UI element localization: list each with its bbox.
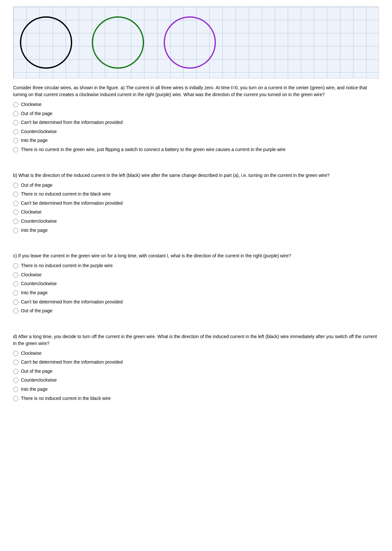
- option-item-d-0[interactable]: Clockwise: [13, 350, 379, 357]
- option-item-c-3[interactable]: Into the page: [13, 290, 379, 296]
- radio-d-3[interactable]: [13, 378, 18, 383]
- option-label-a-5: There is no current in the green wire, j…: [21, 146, 286, 153]
- question-block-b: b) What is the direction of the induced …: [13, 172, 379, 243]
- option-item-c-4[interactable]: Can't be determined from the information…: [13, 299, 379, 305]
- option-item-a-0[interactable]: Clockwise: [13, 101, 379, 108]
- question-text-a: Consider three circular wires, as shown …: [13, 84, 379, 98]
- option-label-c-3: Into the page: [21, 290, 48, 296]
- option-label-b-0: Out of the page: [21, 182, 53, 189]
- option-label-c-4: Can't be determined from the information…: [21, 299, 123, 305]
- questions-container: Consider three circular wires, as shown …: [13, 84, 379, 411]
- radio-d-1[interactable]: [13, 360, 18, 365]
- option-item-a-3[interactable]: Counterclockwise: [13, 129, 379, 135]
- radio-a-4[interactable]: [13, 138, 18, 143]
- radio-d-2[interactable]: [13, 369, 18, 374]
- option-label-c-1: Clockwise: [21, 272, 41, 278]
- option-item-c-2[interactable]: Counterclockwise: [13, 281, 379, 287]
- option-label-d-4: Into the page: [21, 386, 48, 393]
- option-item-a-5[interactable]: There is no current in the green wire, j…: [13, 146, 379, 153]
- question-text-b: b) What is the direction of the induced …: [13, 172, 379, 179]
- black-circle: [20, 16, 72, 69]
- radio-b-2[interactable]: [13, 201, 18, 206]
- question-block-c: c) If you leave the current in the green…: [13, 252, 379, 323]
- radio-d-0[interactable]: [13, 351, 18, 356]
- option-label-d-2: Out of the page: [21, 368, 53, 375]
- option-item-b-1[interactable]: There is no induced current in the black…: [13, 191, 379, 198]
- option-label-a-1: Out of the page: [21, 111, 53, 117]
- option-label-c-2: Counterclockwise: [21, 281, 57, 287]
- radio-b-4[interactable]: [13, 219, 18, 224]
- option-label-b-3: Clockwise: [21, 209, 41, 215]
- option-item-d-2[interactable]: Out of the page: [13, 368, 379, 375]
- radio-a-1[interactable]: [13, 111, 18, 116]
- options-list-c: There is no induced current in the purpl…: [13, 263, 379, 314]
- option-label-b-1: There is no induced current in the black…: [21, 191, 111, 198]
- purple-circle: [164, 16, 216, 69]
- option-item-d-1[interactable]: Can't be determined from the information…: [13, 359, 379, 366]
- radio-b-1[interactable]: [13, 192, 18, 197]
- option-item-c-5[interactable]: Out of the page: [13, 308, 379, 314]
- option-label-d-5: There is no induced current in the black…: [21, 395, 111, 402]
- option-item-b-5[interactable]: Into the page: [13, 227, 379, 234]
- options-list-b: Out of the pageThere is no induced curre…: [13, 182, 379, 234]
- option-item-b-3[interactable]: Clockwise: [13, 209, 379, 215]
- question-text-c: c) If you leave the current in the green…: [13, 252, 379, 259]
- radio-a-0[interactable]: [13, 102, 18, 107]
- question-block-a: Consider three circular wires, as shown …: [13, 84, 379, 162]
- radio-a-3[interactable]: [13, 129, 18, 134]
- option-label-a-3: Counterclockwise: [21, 129, 57, 135]
- radio-b-0[interactable]: [13, 183, 18, 188]
- radio-c-1[interactable]: [13, 272, 18, 278]
- question-text-d: d) After a long time, you decide to turn…: [13, 333, 379, 347]
- option-item-a-4[interactable]: Into the page: [13, 137, 379, 144]
- figure-diagram: [13, 7, 379, 78]
- option-item-d-5[interactable]: There is no induced current in the black…: [13, 395, 379, 402]
- radio-c-0[interactable]: [13, 263, 18, 268]
- option-item-b-0[interactable]: Out of the page: [13, 182, 379, 189]
- option-label-d-1: Can't be determined from the information…: [21, 359, 123, 366]
- radio-d-4[interactable]: [13, 387, 18, 392]
- option-item-d-4[interactable]: Into the page: [13, 386, 379, 393]
- question-block-d: d) After a long time, you decide to turn…: [13, 333, 379, 411]
- radio-c-4[interactable]: [13, 300, 18, 305]
- option-label-b-5: Into the page: [21, 227, 48, 234]
- option-label-d-0: Clockwise: [21, 350, 41, 357]
- option-item-c-0[interactable]: There is no induced current in the purpl…: [13, 263, 379, 269]
- option-label-b-4: Counterclockwise: [21, 218, 57, 225]
- option-item-b-2[interactable]: Can't be determined from the information…: [13, 200, 379, 207]
- option-item-a-2[interactable]: Can't be determined from the information…: [13, 119, 379, 126]
- option-label-d-3: Counterclockwise: [21, 377, 57, 384]
- radio-c-5[interactable]: [13, 308, 18, 314]
- radio-a-5[interactable]: [13, 147, 18, 152]
- option-label-a-4: Into the page: [21, 137, 48, 144]
- option-label-b-2: Can't be determined from the information…: [21, 200, 123, 207]
- radio-d-5[interactable]: [13, 396, 18, 401]
- option-item-a-1[interactable]: Out of the page: [13, 111, 379, 117]
- option-label-c-0: There is no induced current in the purpl…: [21, 263, 113, 269]
- radio-c-3[interactable]: [13, 290, 18, 296]
- green-circle: [92, 16, 144, 69]
- radio-a-2[interactable]: [13, 120, 18, 125]
- option-item-b-4[interactable]: Counterclockwise: [13, 218, 379, 225]
- radio-b-5[interactable]: [13, 228, 18, 233]
- option-item-d-3[interactable]: Counterclockwise: [13, 377, 379, 384]
- option-item-c-1[interactable]: Clockwise: [13, 272, 379, 278]
- option-label-c-5: Out of the page: [21, 308, 53, 314]
- option-label-a-0: Clockwise: [21, 101, 41, 108]
- radio-c-2[interactable]: [13, 281, 18, 286]
- radio-b-3[interactable]: [13, 210, 18, 215]
- options-list-a: ClockwiseOut of the pageCan't be determi…: [13, 101, 379, 153]
- circles-wrapper: [13, 7, 379, 78]
- options-list-d: ClockwiseCan't be determined from the in…: [13, 350, 379, 402]
- option-label-a-2: Can't be determined from the information…: [21, 119, 123, 126]
